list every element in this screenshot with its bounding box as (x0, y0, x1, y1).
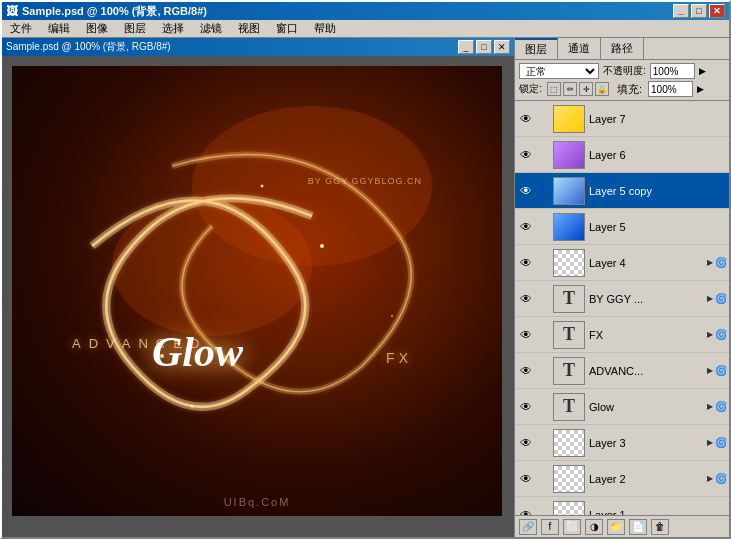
layer-item[interactable]: 👁TFX▶🌀 (515, 317, 729, 353)
opacity-input[interactable] (650, 63, 695, 79)
blend-mode-select[interactable]: 正常 溶解 正片叠底 (519, 63, 599, 79)
menu-file[interactable]: 文件 (6, 21, 36, 36)
canvas-image[interactable]: BY GGY GGYBLOG.CN ADVANCED Glow FX UIBq.… (2, 56, 514, 537)
layer-name-label: FX (587, 329, 705, 341)
layer-visibility-icon[interactable]: 👁 (517, 470, 535, 488)
canvas-close[interactable]: ✕ (494, 40, 510, 54)
layer-fx-icon[interactable]: 🌀 (715, 437, 727, 448)
layer-fx-icon[interactable]: 🌀 (715, 257, 727, 268)
menu-layer[interactable]: 图层 (120, 21, 150, 36)
layer-visibility-icon[interactable]: 👁 (517, 182, 535, 200)
menu-image[interactable]: 图像 (82, 21, 112, 36)
layer-arrow-icon[interactable]: ▶ (707, 258, 713, 267)
layer-item[interactable]: 👁TADVANC...▶🌀 (515, 353, 729, 389)
layer-name-label: BY GGY ... (587, 293, 705, 305)
menu-bar: 文件 编辑 图像 图层 选择 滤镜 视图 窗口 帮助 (2, 20, 729, 38)
layer-item[interactable]: 👁Layer 5 copy (515, 173, 729, 209)
delete-layer-button[interactable]: 🗑 (651, 519, 669, 535)
layer-arrow-icon[interactable]: ▶ (707, 438, 713, 447)
fill-input[interactable] (648, 81, 693, 97)
layer-style-button[interactable]: f (541, 519, 559, 535)
layer-mask-button[interactable]: ⬜ (563, 519, 581, 535)
layer-arrow-icon[interactable]: ▶ (707, 294, 713, 303)
layer-fx-icon[interactable]: 🌀 (715, 329, 727, 340)
layer-item[interactable]: 👁Layer 4▶🌀 (515, 245, 729, 281)
layer-visibility-icon[interactable]: 👁 (517, 218, 535, 236)
layer-arrow-icon[interactable]: ▶ (707, 366, 713, 375)
lock-row: 锁定: ⬚ ✏ ✛ 🔒 填充: ▶ (519, 81, 725, 97)
layer-link-icon (537, 148, 551, 162)
lock-all-icon[interactable]: 🔒 (595, 82, 609, 96)
panel-tabs: 图层 通道 路径 (515, 38, 729, 60)
layer-visibility-icon[interactable]: 👁 (517, 506, 535, 516)
layer-link-icon (537, 328, 551, 342)
link-layers-button[interactable]: 🔗 (519, 519, 537, 535)
layer-item[interactable]: 👁TGlow▶🌀 (515, 389, 729, 425)
layer-name-label: Layer 3 (587, 437, 705, 449)
menu-help[interactable]: 帮助 (310, 21, 340, 36)
layer-visibility-icon[interactable]: 👁 (517, 254, 535, 272)
canvas-minimize[interactable]: _ (458, 40, 474, 54)
layer-link-icon (537, 364, 551, 378)
layer-arrow-icon[interactable]: ▶ (707, 474, 713, 483)
layer-controls: 正常 溶解 正片叠底 不透明度: ▶ 锁定: ⬚ ✏ ✛ 🔒 (515, 60, 729, 101)
app-icon: 🖼 (6, 4, 18, 18)
layer-item[interactable]: 👁TBY GGY ...▶🌀 (515, 281, 729, 317)
layer-fx-icon[interactable]: 🌀 (715, 293, 727, 304)
layer-name-label: Layer 1 (587, 509, 727, 516)
layer-visibility-icon[interactable]: 👁 (517, 146, 535, 164)
layer-item[interactable]: 👁Layer 5 (515, 209, 729, 245)
fill-arrow[interactable]: ▶ (697, 84, 704, 94)
layer-item[interactable]: 👁Layer 2▶🌀 (515, 461, 729, 497)
layer-fx-icon[interactable]: 🌀 (715, 401, 727, 412)
layer-item[interactable]: 👁Layer 6 (515, 137, 729, 173)
layer-fx-icon[interactable]: 🌀 (715, 365, 727, 376)
menu-edit[interactable]: 编辑 (44, 21, 74, 36)
panel-bottom: 🔗 f ⬜ ◑ 📁 📄 🗑 (515, 515, 729, 537)
layer-thumbnail (553, 141, 585, 169)
maximize-button[interactable]: □ (691, 4, 707, 18)
layer-name-row: Layer 3▶🌀 (587, 437, 727, 449)
opacity-arrow[interactable]: ▶ (699, 66, 706, 76)
layers-list[interactable]: 👁Layer 7👁Layer 6👁Layer 5 copy👁Layer 5👁La… (515, 101, 729, 515)
fill-label: 填充: (617, 82, 642, 97)
layer-visibility-icon[interactable]: 👁 (517, 110, 535, 128)
layer-visibility-icon[interactable]: 👁 (517, 326, 535, 344)
layer-visibility-icon[interactable]: 👁 (517, 398, 535, 416)
layer-thumbnail (553, 249, 585, 277)
tab-paths[interactable]: 路径 (601, 38, 644, 59)
minimize-button[interactable]: _ (673, 4, 689, 18)
adjustment-layer-button[interactable]: ◑ (585, 519, 603, 535)
lock-move-icon[interactable]: ✛ (579, 82, 593, 96)
layer-arrow-icon[interactable]: ▶ (707, 330, 713, 339)
svg-point-4 (320, 244, 324, 248)
layer-link-icon (537, 112, 551, 126)
tab-channels[interactable]: 通道 (558, 38, 601, 59)
close-button[interactable]: ✕ (709, 4, 725, 18)
layer-name-row: ADVANC...▶🌀 (587, 365, 727, 377)
layer-visibility-icon[interactable]: 👁 (517, 290, 535, 308)
opacity-label: 不透明度: (603, 64, 646, 78)
layer-visibility-icon[interactable]: 👁 (517, 434, 535, 452)
layer-item[interactable]: 👁Layer 7 (515, 101, 729, 137)
menu-view[interactable]: 视图 (234, 21, 264, 36)
menu-select[interactable]: 选择 (158, 21, 188, 36)
new-group-button[interactable]: 📁 (607, 519, 625, 535)
canvas-background: BY GGY GGYBLOG.CN ADVANCED Glow FX UIBq.… (12, 66, 502, 516)
lock-paint-icon[interactable]: ✏ (563, 82, 577, 96)
tab-layers[interactable]: 图层 (515, 38, 558, 59)
layer-visibility-icon[interactable]: 👁 (517, 362, 535, 380)
blend-mode-row: 正常 溶解 正片叠底 不透明度: ▶ (519, 63, 725, 79)
lock-transparent-icon[interactable]: ⬚ (547, 82, 561, 96)
menu-window[interactable]: 窗口 (272, 21, 302, 36)
canvas-maximize[interactable]: □ (476, 40, 492, 54)
layer-name-label: Glow (587, 401, 705, 413)
layer-arrow-icon[interactable]: ▶ (707, 402, 713, 411)
layer-item[interactable]: 👁Layer 1 (515, 497, 729, 515)
new-layer-button[interactable]: 📄 (629, 519, 647, 535)
canvas-title-text: Sample.psd @ 100% (背景, RGB/8#) (6, 40, 171, 54)
layer-item[interactable]: 👁Layer 3▶🌀 (515, 425, 729, 461)
layer-link-icon (537, 400, 551, 414)
layer-fx-icon[interactable]: 🌀 (715, 473, 727, 484)
menu-filter[interactable]: 滤镜 (196, 21, 226, 36)
